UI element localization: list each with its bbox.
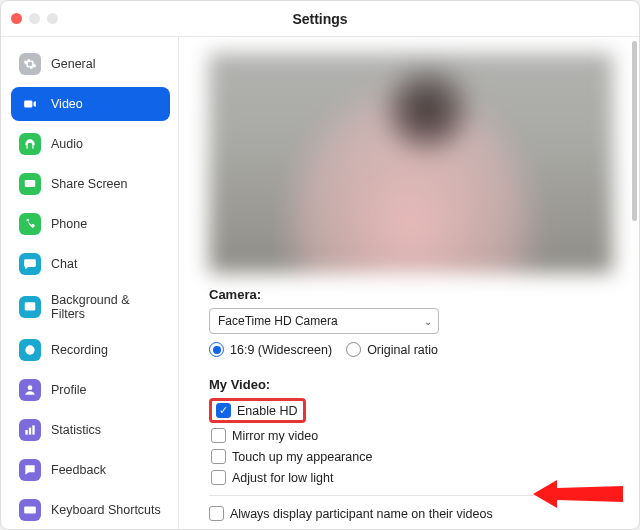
sidebar-item-recording[interactable]: Recording bbox=[11, 333, 170, 367]
mirror-video-checkbox[interactable]: Mirror my video bbox=[211, 428, 613, 443]
chevron-down-icon: ⌄ bbox=[424, 316, 432, 327]
window-minimize-button[interactable] bbox=[29, 13, 40, 24]
svg-point-4 bbox=[28, 348, 32, 352]
enable-hd-label: Enable HD bbox=[237, 404, 297, 418]
sidebar-item-share-screen[interactable]: Share Screen bbox=[11, 167, 170, 201]
share-screen-icon bbox=[19, 173, 41, 195]
svg-rect-11 bbox=[28, 508, 29, 509]
svg-rect-9 bbox=[24, 507, 36, 514]
always-display-name-checkbox[interactable]: Always display participant name on their… bbox=[209, 506, 613, 521]
low-light-checkbox[interactable]: Adjust for low light bbox=[211, 470, 613, 485]
scrollbar[interactable] bbox=[632, 41, 637, 221]
svg-rect-13 bbox=[33, 508, 34, 509]
sidebar-item-label: Share Screen bbox=[51, 177, 127, 191]
window-title: Settings bbox=[1, 11, 639, 27]
headphones-icon bbox=[19, 133, 41, 155]
titlebar: Settings bbox=[1, 1, 639, 37]
checkbox-icon bbox=[209, 506, 224, 521]
background-icon bbox=[19, 296, 41, 318]
always-display-name-label: Always display participant name on their… bbox=[230, 507, 493, 521]
sidebar-item-label: Video bbox=[51, 97, 83, 111]
settings-content: Camera: FaceTime HD Camera ⌄ 16:9 (Wides… bbox=[179, 37, 639, 529]
checkbox-icon bbox=[211, 470, 226, 485]
ratio-original-option[interactable]: Original ratio bbox=[346, 342, 438, 357]
sidebar-item-label: General bbox=[51, 57, 95, 71]
sidebar-item-keyboard-shortcuts[interactable]: Keyboard Shortcuts bbox=[11, 493, 170, 527]
sidebar-item-label: Audio bbox=[51, 137, 83, 151]
svg-rect-8 bbox=[32, 425, 34, 434]
sidebar-item-phone[interactable]: Phone bbox=[11, 207, 170, 241]
chat-icon bbox=[19, 253, 41, 275]
record-icon bbox=[19, 339, 41, 361]
enable-hd-checkbox[interactable]: Enable HD bbox=[216, 403, 297, 418]
camera-preview bbox=[209, 53, 613, 273]
window-maximize-button[interactable] bbox=[47, 13, 58, 24]
svg-point-2 bbox=[28, 305, 32, 309]
sidebar-item-label: Recording bbox=[51, 343, 108, 357]
svg-rect-10 bbox=[26, 508, 27, 509]
sidebar-item-video[interactable]: Video bbox=[11, 87, 170, 121]
checkbox-icon bbox=[216, 403, 231, 418]
sidebar-item-label: Phone bbox=[51, 217, 87, 231]
stats-icon bbox=[19, 419, 41, 441]
svg-rect-7 bbox=[29, 428, 31, 435]
mirror-video-label: Mirror my video bbox=[232, 429, 318, 443]
svg-rect-14 bbox=[27, 511, 33, 512]
keyboard-icon bbox=[19, 499, 41, 521]
camera-select[interactable]: FaceTime HD Camera ⌄ bbox=[209, 308, 439, 334]
profile-icon bbox=[19, 379, 41, 401]
sidebar-item-label: Keyboard Shortcuts bbox=[51, 503, 161, 517]
radio-icon bbox=[209, 342, 224, 357]
sidebar-item-background-filters[interactable]: Background & Filters bbox=[11, 287, 170, 327]
gear-icon bbox=[19, 53, 41, 75]
sidebar-item-audio[interactable]: Audio bbox=[11, 127, 170, 161]
sidebar-item-feedback[interactable]: Feedback bbox=[11, 453, 170, 487]
video-icon bbox=[19, 93, 41, 115]
feedback-icon bbox=[19, 459, 41, 481]
sidebar: GeneralVideoAudioShare ScreenPhoneChatBa… bbox=[1, 37, 179, 529]
sidebar-item-chat[interactable]: Chat bbox=[11, 247, 170, 281]
camera-label: Camera: bbox=[209, 287, 613, 302]
phone-icon bbox=[19, 213, 41, 235]
sidebar-item-label: Profile bbox=[51, 383, 86, 397]
sidebar-item-label: Chat bbox=[51, 257, 77, 271]
checkbox-icon bbox=[211, 428, 226, 443]
checkbox-icon bbox=[211, 449, 226, 464]
sidebar-item-statistics[interactable]: Statistics bbox=[11, 413, 170, 447]
sidebar-item-general[interactable]: General bbox=[11, 47, 170, 81]
svg-rect-6 bbox=[25, 430, 27, 435]
sidebar-item-label: Background & Filters bbox=[51, 293, 162, 321]
touch-up-label: Touch up my appearance bbox=[232, 450, 372, 464]
enable-hd-highlight: Enable HD bbox=[209, 398, 306, 423]
touch-up-checkbox[interactable]: Touch up my appearance bbox=[211, 449, 613, 464]
svg-rect-12 bbox=[31, 508, 32, 509]
svg-point-5 bbox=[28, 385, 33, 390]
sidebar-item-label: Feedback bbox=[51, 463, 106, 477]
ratio-original-label: Original ratio bbox=[367, 343, 438, 357]
sidebar-item-label: Statistics bbox=[51, 423, 101, 437]
ratio-widescreen-label: 16:9 (Widescreen) bbox=[230, 343, 332, 357]
ratio-widescreen-option[interactable]: 16:9 (Widescreen) bbox=[209, 342, 332, 357]
camera-select-value: FaceTime HD Camera bbox=[218, 314, 338, 328]
sidebar-item-profile[interactable]: Profile bbox=[11, 373, 170, 407]
radio-icon bbox=[346, 342, 361, 357]
low-light-label: Adjust for low light bbox=[232, 471, 333, 485]
window-close-button[interactable] bbox=[11, 13, 22, 24]
divider bbox=[209, 495, 613, 496]
my-video-label: My Video: bbox=[209, 377, 613, 392]
